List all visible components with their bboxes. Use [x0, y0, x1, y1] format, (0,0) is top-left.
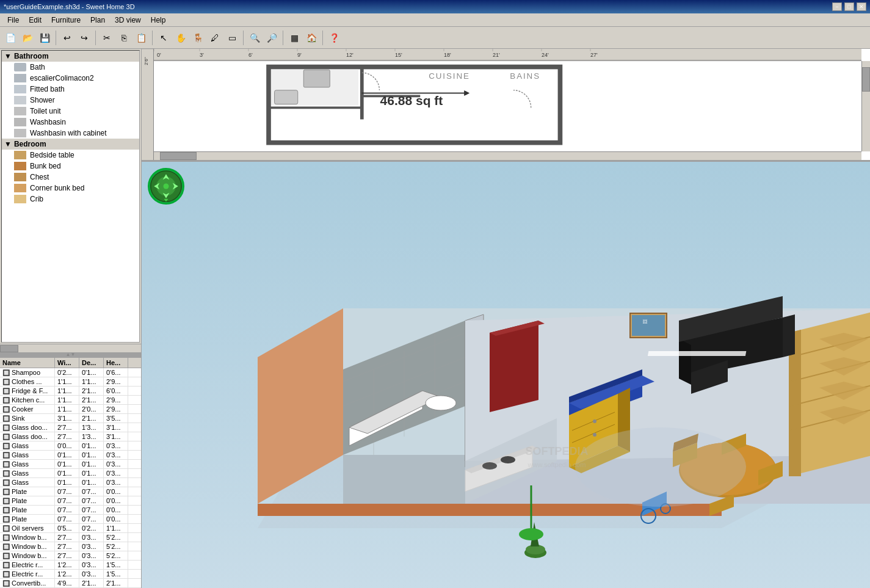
menu-3dview[interactable]: 3D view: [110, 15, 146, 26]
tree-item-toilet[interactable]: Toilet unit: [2, 106, 139, 117]
select-button[interactable]: ↖: [156, 30, 172, 46]
col-header-depth: De...: [79, 358, 104, 368]
menu-plan[interactable]: Plan: [85, 15, 110, 26]
menu-edit[interactable]: Edit: [24, 15, 46, 26]
tree-item-washbasin[interactable]: Washbasin: [2, 117, 139, 128]
table-cell-name: 🔲Sink: [0, 414, 55, 423]
table-row[interactable]: 🔲Oil servers 0'5... 0'2... 1'1...: [0, 524, 141, 533]
table-row[interactable]: 🔲Convertib... 4'9... 2'1... 2'1...: [0, 579, 141, 588]
menu-file[interactable]: File: [2, 15, 24, 26]
table-cell-width: 0'2...: [55, 368, 79, 377]
cut-button[interactable]: ✂: [99, 30, 115, 46]
table-row[interactable]: 🔲Glass 0'1... 0'1... 0'3...: [0, 460, 141, 469]
maximize-button[interactable]: □: [844, 2, 854, 11]
table-row[interactable]: 🔲Glass 0'1... 0'1... 0'3...: [0, 478, 141, 487]
category-bathroom[interactable]: ▼ Bathroom: [2, 51, 139, 62]
table-cell-name: 🔲Electric r...: [0, 561, 55, 569]
table-row[interactable]: 🔲Glass 0'1... 0'1... 0'3...: [0, 451, 141, 460]
table-row[interactable]: 🔲Plate 0'7... 0'7... 0'0...: [0, 496, 141, 506]
table-body[interactable]: 🔲Shampoo 0'2... 0'1... 0'6... 🔲Clothes .…: [0, 368, 141, 588]
row-icon: 🔲: [2, 498, 10, 504]
table-row[interactable]: 🔲Sink 3'1... 2'1... 3'5...: [0, 414, 141, 423]
table-cell-height: 3'5...: [104, 414, 128, 423]
shower-icon: [14, 96, 26, 104]
tree-item-shower[interactable]: Shower: [2, 95, 139, 106]
table-row[interactable]: 🔲Plate 0'7... 0'7... 0'0...: [0, 487, 141, 496]
table-row[interactable]: 🔲Window b... 2'7... 0'3... 5'2...: [0, 551, 141, 561]
table-cell-depth: 2'1...: [79, 579, 104, 587]
close-button[interactable]: ✕: [857, 2, 866, 11]
table-row[interactable]: 🔲Fridge & F... 1'1... 2'1... 6'0...: [0, 387, 141, 396]
table-row[interactable]: 🔲Plate 0'7... 0'7... 0'0...: [0, 506, 141, 515]
save-button[interactable]: 💾: [37, 30, 53, 46]
ruler-left: 2'6": [142, 49, 154, 160]
table-row[interactable]: 🔲Window b... 2'7... 0'3... 5'2...: [0, 542, 141, 551]
pan-button[interactable]: ✋: [173, 30, 189, 46]
tree-item-escalier[interactable]: escalierColimacon2: [2, 73, 139, 84]
table-cell-width: 2'7...: [55, 533, 79, 542]
svg-text:www.softpedia.com: www.softpedia.com: [527, 461, 586, 468]
table-cell-height: 1'5...: [104, 570, 128, 578]
plan-canvas[interactable]: 46.88 sq ft CUISINE BAINS: [154, 61, 861, 151]
table-row[interactable]: 🔲Shampoo 0'2... 0'1... 0'6...: [0, 368, 141, 377]
table-cell-depth: 0'1...: [79, 469, 104, 477]
table-cell-height: 2'9...: [104, 405, 128, 413]
navigation-widget[interactable]: [148, 168, 184, 205]
table-cell-width: 1'1...: [55, 405, 79, 413]
table-row[interactable]: 🔲Glass doo... 2'7... 1'3... 3'1...: [0, 423, 141, 432]
zoom-in-button[interactable]: 🔍: [247, 30, 263, 46]
svg-text:9': 9': [297, 52, 302, 58]
plan-vscrollbar[interactable]: [861, 61, 870, 151]
zoom-out-button[interactable]: 🔎: [264, 30, 280, 46]
tree-item-crib[interactable]: Crib: [2, 194, 139, 205]
2dplan-button[interactable]: ▦: [286, 30, 302, 46]
table-row[interactable]: 🔲Glass doo... 2'7... 1'3... 3'1...: [0, 432, 141, 441]
tree-item-washcabinet[interactable]: Washbasin with cabinet: [2, 128, 139, 139]
table-cell-depth: 2'1...: [79, 387, 104, 395]
table-row[interactable]: 🔲Glass 0'0... 0'1... 0'3...: [0, 441, 141, 451]
row-icon: 🔲: [2, 443, 10, 449]
table-cell-name: 🔲Glass: [0, 469, 55, 477]
paste-button[interactable]: 📋: [133, 30, 149, 46]
table-row[interactable]: 🔲Plate 0'7... 0'7... 0'0...: [0, 515, 141, 524]
row-icon: 🔲: [2, 507, 10, 514]
tree-item-corner-bunk[interactable]: Corner bunk bed: [2, 183, 139, 194]
table-row[interactable]: 🔲Kitchen c... 1'1... 2'1... 2'9...: [0, 396, 141, 405]
table-cell-height: 0'3...: [104, 478, 128, 487]
tree-item-bunkbed[interactable]: Bunk bed: [2, 161, 139, 172]
table-cell-name: 🔲Plate: [0, 506, 55, 514]
plan-hscrollbar[interactable]: [154, 151, 861, 160]
copy-button[interactable]: ⎘: [116, 30, 132, 46]
new-button[interactable]: 📄: [2, 30, 18, 46]
table-row[interactable]: 🔲Window b... 2'7... 0'3... 5'2...: [0, 533, 141, 542]
menu-help[interactable]: Help: [146, 15, 171, 26]
tree-item-chest[interactable]: Chest: [2, 172, 139, 183]
category-bedroom[interactable]: ▼ Bedroom: [2, 139, 139, 150]
3dview-button[interactable]: 🏠: [303, 30, 319, 46]
table-row[interactable]: 🔲Clothes ... 1'1... 1'1... 2'9...: [0, 377, 141, 387]
draw-wall-button[interactable]: 🖊: [207, 30, 223, 46]
help-button[interactable]: ❓: [326, 30, 342, 46]
tree-item-bedside[interactable]: Bedside table: [2, 150, 139, 161]
open-button[interactable]: 📂: [20, 30, 35, 46]
undo-button[interactable]: ↩: [59, 30, 75, 46]
table-row[interactable]: 🔲Cooker 1'1... 2'0... 2'9...: [0, 405, 141, 414]
redo-button[interactable]: ↪: [76, 30, 92, 46]
chest-icon: [14, 173, 26, 181]
menu-furniture[interactable]: Furniture: [46, 15, 85, 26]
3d-view[interactable]: 🖼 SOFTPEDIA www.sof: [142, 162, 870, 588]
table-row[interactable]: 🔲Glass 0'1... 0'1... 0'3...: [0, 469, 141, 478]
furniture-tree[interactable]: ▼ Bathroom Bath escalierColimacon2 Fitte…: [1, 50, 140, 343]
plan-view[interactable]: 2'6" 0' 3' 6' 9' 12' 15' 18' 21' 24' 27': [142, 49, 870, 162]
category-label-bedroom: Bedroom: [14, 140, 46, 148]
table-cell-width: 3'1...: [55, 414, 79, 423]
tree-item-bath[interactable]: Bath: [2, 62, 139, 73]
row-icon: 🔲: [2, 525, 10, 532]
tree-item-fitted-bath[interactable]: Fitted bath: [2, 84, 139, 95]
draw-room-button[interactable]: ▭: [224, 30, 240, 46]
table-row[interactable]: 🔲Electric r... 1'2... 0'3... 1'5...: [0, 570, 141, 579]
table-cell-width: 1'2...: [55, 561, 79, 569]
add-furniture-button[interactable]: 🪑: [190, 30, 206, 46]
minimize-button[interactable]: −: [832, 2, 842, 11]
table-row[interactable]: 🔲Electric r... 1'2... 0'3... 1'5...: [0, 561, 141, 570]
